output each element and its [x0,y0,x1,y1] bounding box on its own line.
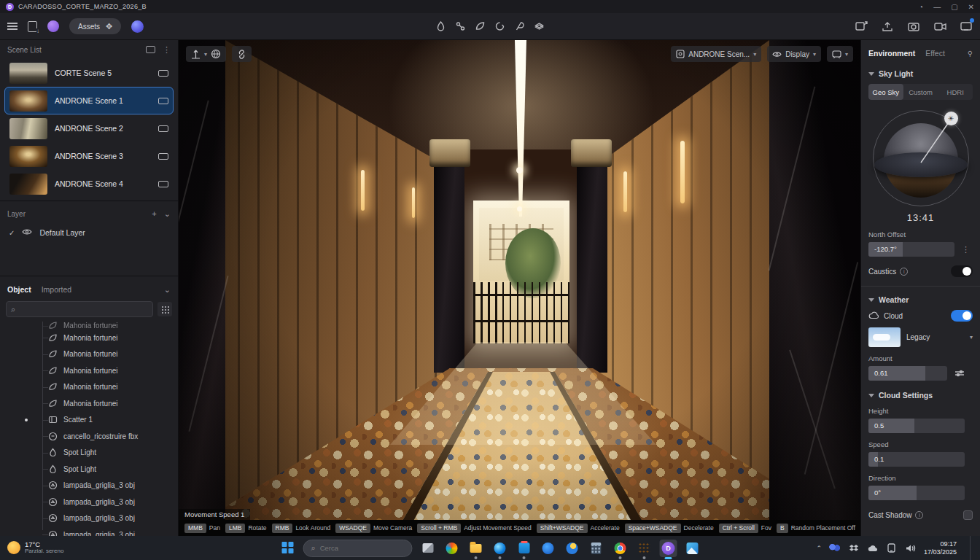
dropbox-tray-icon[interactable] [848,542,860,554]
people-tray-icon[interactable] [829,542,841,554]
object-item[interactable]: Mahonia fortunei [19,346,178,363]
mode-geo-sky[interactable]: Geo Sky [868,84,903,100]
scene-camera-icon[interactable] [158,153,168,160]
scene-camera-icon[interactable] [158,125,168,132]
file-explorer-button[interactable] [467,540,485,557]
layer-item-default[interactable]: ✓ Default Layer [0,223,178,242]
scene-item[interactable]: ANDRONE Scene 2 [4,114,174,142]
object-item[interactable]: Mahonia fortunei [19,322,178,330]
object-item[interactable]: Mahonia fortunei [19,330,178,346]
speed-slider[interactable]: 0.1 [868,452,965,467]
taskbar-clock[interactable]: 09:17 17/03/2025 [924,540,957,556]
object-item[interactable]: Mahonia fortunei [19,379,178,396]
collapse-icon[interactable] [868,72,874,76]
display-dropdown[interactable]: Display ▾ [767,46,821,62]
caustics-toggle[interactable] [951,265,973,277]
sync-sphere-icon[interactable] [131,20,144,33]
object-search-box[interactable]: ⌕ [6,301,153,317]
light-tool-icon[interactable] [435,20,448,33]
tray-expand-icon[interactable]: ⌃ [816,545,822,552]
onedrive-tray-icon[interactable] [867,542,879,554]
show-desktop-button[interactable] [970,536,973,560]
brush-tool-icon[interactable] [494,20,507,33]
amount-slider[interactable]: 0.61 [868,366,947,381]
scene-list-menu-icon[interactable]: ⋮ [163,45,171,55]
object-item-scatter[interactable]: Scatter 1 [19,412,178,429]
scene-camera-icon[interactable] [158,98,168,104]
tab-environment[interactable]: Environment [868,49,915,58]
menu-icon[interactable] [7,23,18,30]
render-image-icon[interactable] [855,20,868,33]
add-layer-icon[interactable]: + [152,209,156,218]
height-slider[interactable]: 0.5 [868,419,965,433]
view-mode-dropdown[interactable]: ▾ [827,46,853,62]
collapse-icon[interactable] [868,394,874,397]
user-avatar[interactable] [47,20,59,32]
object-item-obj[interactable]: lampada_griglia_3 obj [19,494,178,510]
app-button-blue[interactable] [540,540,557,557]
transform-tool-button[interactable]: ▾ [186,46,226,62]
object-filter-icon[interactable]: ⌄ [164,285,171,295]
3d-viewport-canvas[interactable]: ▾ ANDRONE Scen... ▾ Display ▾ ▾ [179,40,860,536]
north-offset-slider[interactable]: -120.7° [868,242,954,257]
app-button-orange[interactable] [636,540,653,557]
upload-icon[interactable] [881,20,894,33]
object-item-obj[interactable]: lampada_griglia_3 obj [19,526,178,536]
mode-hdri[interactable]: HDRI [938,84,973,100]
scene-view-icon[interactable] [146,46,155,53]
mode-custom[interactable]: Custom [903,84,938,100]
d5-render-button[interactable]: D [660,540,677,557]
globe-icon[interactable] [211,49,221,59]
north-offset-menu-icon[interactable]: ⋮ [962,245,970,254]
object-item[interactable]: Mahonia fortunei [19,362,178,379]
scene-item[interactable]: CORTE Scene 5 [4,59,174,87]
chrome-button[interactable] [612,540,629,557]
edge-button[interactable] [491,540,509,557]
maximize-button[interactable]: ▢ [951,3,957,11]
cloud-toggle[interactable] [951,310,973,322]
object-item-spotlight[interactable]: Spot Light [19,461,178,478]
sun-handle[interactable]: ☀ [944,112,958,125]
close-button[interactable]: ✕ [968,3,974,11]
render-queue-icon[interactable] [960,20,973,33]
taskbar-search[interactable]: ⌕ [303,540,413,557]
copilot-button[interactable] [443,540,461,557]
object-item[interactable]: Mahonia fortunei [19,395,178,412]
tab-effect[interactable]: Effect [925,49,945,58]
start-button[interactable] [279,540,297,557]
notifications-icon[interactable]: ◔ [919,3,923,11]
camera-icon[interactable] [907,20,920,33]
scene-camera-icon[interactable] [158,181,168,187]
app-button-pen[interactable] [564,540,581,557]
video-icon[interactable] [933,20,946,33]
viewport-scene-selector[interactable]: ANDRONE Scen... ▾ [671,46,761,62]
collapse-icon[interactable] [868,298,874,302]
node-tool-icon[interactable] [454,20,467,33]
tab-imported[interactable]: Imported [42,285,71,294]
object-item-fbx[interactable]: cancello_ricostruire fbx [19,428,178,445]
phone-link-tray-icon[interactable] [886,542,898,554]
import-model-icon[interactable] [28,21,37,32]
photos-button[interactable] [684,540,701,557]
object-item-obj[interactable]: lampada_griglia_3 obj [19,478,178,494]
object-grid-view-icon[interactable] [158,302,172,316]
scatter-tool-icon[interactable] [513,20,526,33]
direction-slider[interactable]: 0° [868,486,965,500]
sun-position-dial[interactable]: ☀ [870,107,972,209]
link-tool-button[interactable] [232,46,252,62]
material-tool-icon[interactable] [533,20,546,33]
scene-item[interactable]: ANDRONE Scene 3 [4,142,174,170]
taskbar-search-input[interactable] [320,544,405,552]
scene-item-selected[interactable]: ANDRONE Scene 1 [4,87,174,114]
vegetation-tool-icon[interactable] [474,20,487,33]
cloud-type-dropdown[interactable]: Legacy ▾ [868,327,973,347]
layer-check-icon[interactable]: ✓ [9,229,15,237]
store-button[interactable] [516,540,533,557]
calculator-button[interactable] [588,540,605,557]
volume-tray-icon[interactable] [905,542,917,554]
object-search-input[interactable] [18,306,148,314]
object-item-spotlight[interactable]: Spot Light [19,445,178,462]
minimize-button[interactable]: — [933,3,941,11]
assets-button[interactable]: Assets ✥ [69,18,121,34]
scene-camera-icon[interactable] [158,70,168,77]
